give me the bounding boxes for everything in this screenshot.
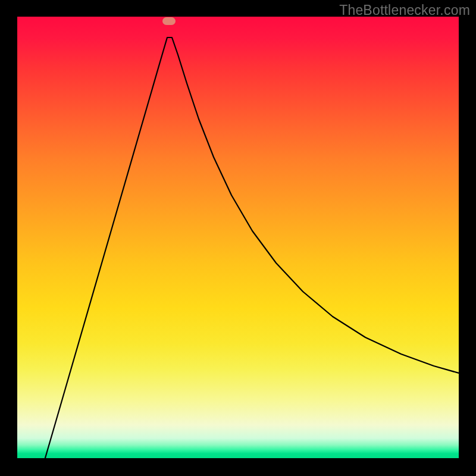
chart-plot-area [17,17,459,458]
watermark-text: TheBottlenecker.com [339,2,470,18]
chart-curve [17,17,459,458]
optimum-marker [162,17,176,25]
